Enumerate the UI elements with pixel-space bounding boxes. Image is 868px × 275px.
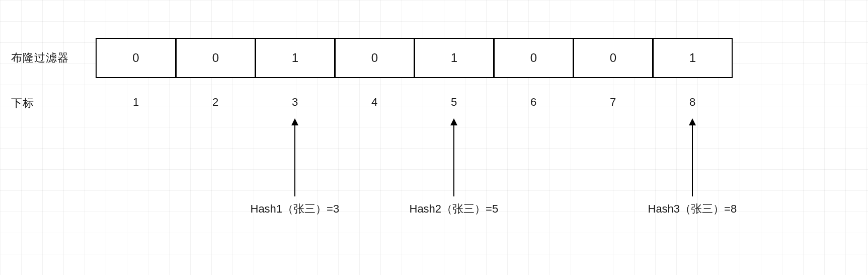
- bloom-cell: 0: [493, 38, 574, 78]
- index-label: 8: [652, 88, 733, 109]
- bloom-cell: 1: [255, 38, 335, 78]
- svg-marker-5: [689, 118, 696, 125]
- index-label: 4: [334, 88, 415, 109]
- svg-marker-3: [450, 118, 457, 125]
- bloom-cell: 0: [175, 38, 256, 78]
- bloom-cell: 1: [414, 38, 494, 78]
- svg-marker-1: [291, 118, 298, 125]
- bloom-filter-array: 0 0 1 0 1 0 0 1: [96, 38, 733, 78]
- bloom-cell: 0: [573, 38, 653, 78]
- index-row: 1 2 3 4 5 6 7 8: [96, 88, 733, 109]
- index-label: 1: [96, 88, 176, 109]
- filter-row-label: 布隆过滤器: [11, 50, 69, 65]
- index-label: 6: [493, 88, 574, 109]
- hash-label: Hash2（张三）=5: [410, 201, 499, 217]
- index-label: 3: [255, 88, 335, 109]
- bloom-cell: 0: [334, 38, 415, 78]
- hash-label: Hash3（张三）=8: [648, 201, 737, 217]
- hash-label: Hash1（张三）=3: [251, 201, 340, 217]
- index-row-label: 下标: [11, 96, 34, 111]
- index-label: 7: [573, 88, 653, 109]
- index-label: 2: [175, 88, 256, 109]
- bloom-cell: 0: [96, 38, 176, 78]
- bloom-cell: 1: [652, 38, 733, 78]
- index-label: 5: [414, 88, 494, 109]
